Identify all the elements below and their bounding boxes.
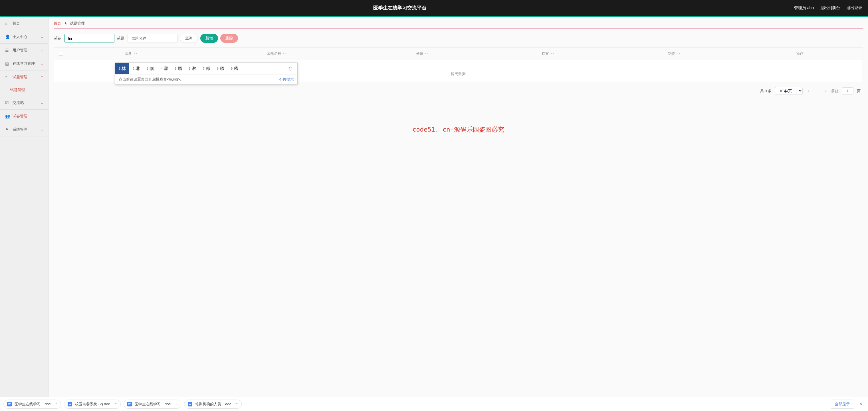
chevron-down-icon: ⌄ — [41, 49, 43, 52]
sidebar-item-label: 交流吧 — [12, 100, 41, 105]
add-button[interactable]: 新增 — [200, 34, 218, 43]
download-filename: 培训机构的人员....doc — [195, 402, 231, 407]
show-all-downloads-button[interactable]: 全部显示 — [831, 400, 854, 409]
app-title: 医学生在线学习交流平台 — [6, 5, 794, 11]
download-item[interactable]: W 培训机构的人员....doc ⌃ — [184, 400, 242, 409]
sidebar-item-label: 个人中心 — [12, 34, 41, 39]
sort-icon: ▲▼ — [676, 53, 681, 55]
breadcrumb-current: 试题管理 — [70, 21, 85, 25]
ime-candidates: 1林 2琳 3临 4霖 5麟 6淋 7邻 8鳞 9磷 ☺ — [115, 63, 297, 74]
table-header: 试卷▲▼ 试题名称▲▼ 分值▲▼ 答案▲▼ 类型▲▼ 操作 — [54, 48, 863, 60]
th-paper[interactable]: 试卷▲▼ — [68, 48, 194, 60]
sidebar-home[interactable]: ⌂ 首页 — [0, 17, 48, 30]
exit-to-front-button[interactable]: 退出到前台 — [820, 5, 840, 10]
download-item[interactable]: W 医学生在线学习....doc ⌃ — [124, 400, 181, 409]
sidebar-item-label: 在线学习管理 — [12, 61, 41, 66]
user-icon: 👤 — [5, 34, 10, 39]
ime-candidate[interactable]: 2琳 — [129, 63, 143, 74]
doc-icon: W — [7, 402, 12, 406]
th-answer[interactable]: 答案▲▼ — [485, 48, 611, 60]
chevron-up-icon[interactable]: ⌃ — [55, 403, 57, 406]
chevron-down-icon: ⌄ — [41, 62, 43, 65]
header-actions: 管理员 abo 退出到前台 退出登录 — [794, 5, 862, 10]
th-question-name[interactable]: 试题名称▲▼ — [194, 48, 360, 60]
ime-candidate[interactable]: 7邻 — [199, 63, 213, 74]
sidebar-item-usermgmt[interactable]: ☰ 用户管理 ⌄ — [0, 44, 48, 57]
th-score[interactable]: 分值▲▼ — [360, 48, 485, 60]
ime-panel: 1林 2琳 3临 4霖 5麟 6淋 7邻 8鳞 9磷 ☺ 点击前往设置页面开启模… — [115, 62, 298, 85]
current-page[interactable]: 1 — [814, 89, 819, 93]
ime-candidate[interactable]: 4霖 — [157, 63, 171, 74]
breadcrumb: 首页 ★ 试题管理 — [54, 21, 863, 26]
sidebar-item-questions[interactable]: ≡ 试题管理 ⌃ — [0, 70, 48, 84]
download-item[interactable]: W 校园点餐系统 (2).doc ⌃ — [64, 400, 120, 409]
page-size-select[interactable]: 10条/页 — [775, 87, 803, 95]
top-header: 医学生在线学习交流平台 管理员 abo 退出到前台 退出登录 — [0, 0, 868, 16]
sidebar-home-label: 首页 — [12, 21, 43, 26]
divider — [54, 28, 863, 29]
breadcrumb-home[interactable]: 首页 — [54, 21, 61, 25]
sidebar-item-label: 用户管理 — [12, 48, 41, 53]
download-filename: 医学生在线学习....doc — [14, 402, 51, 407]
filter-label-question: 试题 — [117, 36, 124, 41]
sidebar-item-papers[interactable]: 👥 试卷管理 — [0, 110, 48, 123]
chevron-up-icon[interactable]: ⌃ — [236, 403, 238, 406]
ime-candidate[interactable]: 1林 — [115, 63, 129, 74]
sort-icon: ▲▼ — [282, 53, 287, 55]
filter-bar: 试卷 试题 查询 新增 删除 — [54, 34, 863, 43]
list-icon: ☰ — [5, 48, 10, 53]
ime-candidate[interactable]: 5麟 — [172, 63, 185, 74]
sidebar-sub-questions[interactable]: 试题管理 — [0, 84, 48, 96]
main-content: 首页 ★ 试题管理 试卷 试题 查询 新增 删除 试卷▲▼ 试题名称▲▼ 分值▲… — [49, 17, 868, 397]
chevron-up-icon: ⌃ — [41, 76, 43, 79]
page-unit-label: 页 — [857, 88, 861, 94]
chevron-up-icon[interactable]: ⌃ — [175, 403, 178, 406]
sidebar-item-label: 系统管理 — [12, 127, 41, 132]
sort-icon: ▲▼ — [425, 53, 429, 55]
sidebar: ⌂ 首页 👤 个人中心 ⌄ ☰ 用户管理 ⌄ ▦ 在线学习管理 ⌄ ≡ 试题管理… — [0, 17, 49, 397]
sidebar-item-system[interactable]: ⚑ 系统管理 ⌄ — [0, 123, 48, 137]
watermark-text: code51. cn-源码乐园盗图必究 — [412, 125, 504, 134]
total-count: 共 0 条 — [760, 88, 772, 94]
ime-dismiss-link[interactable]: 不再提示 — [279, 77, 294, 82]
star-icon: ★ — [64, 21, 67, 25]
th-type[interactable]: 类型▲▼ — [611, 48, 737, 60]
sidebar-item-personal[interactable]: 👤 个人中心 ⌄ — [0, 30, 48, 44]
ime-candidate[interactable]: 6淋 — [185, 63, 199, 74]
ime-candidate[interactable]: 8鳞 — [213, 63, 227, 74]
home-icon: ⌂ — [5, 21, 10, 26]
prev-page-button[interactable]: ‹ — [806, 89, 811, 93]
question-input[interactable] — [128, 34, 178, 43]
ime-candidate[interactable]: 9磷 — [227, 63, 241, 74]
sidebar-item-onlinestudy[interactable]: ▦ 在线学习管理 ⌄ — [0, 57, 48, 70]
sort-icon: ▲▼ — [550, 53, 555, 55]
paper-input[interactable] — [64, 34, 115, 43]
select-all-header[interactable] — [54, 48, 68, 60]
sidebar-item-forum[interactable]: ☑ 交流吧 ⌄ — [0, 96, 48, 110]
close-download-bar-icon[interactable]: × — [857, 401, 865, 407]
ime-hint-text[interactable]: 点击前往设置页面开启模糊音<in,ing>。 — [119, 77, 184, 82]
download-bar: W 医学生在线学习....doc ⌃ W 校园点餐系统 (2).doc ⌃ W … — [0, 397, 868, 411]
sort-icon: ▲▼ — [133, 53, 137, 55]
checkbox-icon — [59, 52, 63, 56]
download-filename: 医学生在线学习....doc — [135, 402, 170, 407]
ime-candidate[interactable]: 3临 — [143, 63, 157, 74]
doc-icon: W — [188, 402, 192, 406]
doc-icon: W — [127, 402, 132, 406]
lines-icon: ≡ — [5, 75, 10, 79]
delete-button[interactable]: 删除 — [220, 34, 238, 43]
query-button[interactable]: 查询 — [180, 34, 198, 43]
chevron-up-icon[interactable]: ⌃ — [115, 403, 117, 406]
next-page-button[interactable]: › — [823, 89, 828, 93]
emoji-icon[interactable]: ☺ — [284, 65, 297, 72]
download-item[interactable]: W 医学生在线学习....doc ⌃ — [3, 400, 61, 409]
sidebar-item-label: 试题管理 — [12, 75, 41, 80]
chevron-down-icon: ⌄ — [41, 35, 43, 38]
flag-icon: ⚑ — [5, 127, 10, 132]
logout-button[interactable]: 退出登录 — [846, 5, 862, 10]
current-user[interactable]: 管理员 abo — [794, 5, 814, 10]
download-filename: 校园点餐系统 (2).doc — [75, 402, 110, 407]
grid-icon: ▦ — [5, 61, 10, 66]
check-icon: ☑ — [5, 100, 10, 105]
goto-page-input[interactable] — [842, 87, 854, 95]
